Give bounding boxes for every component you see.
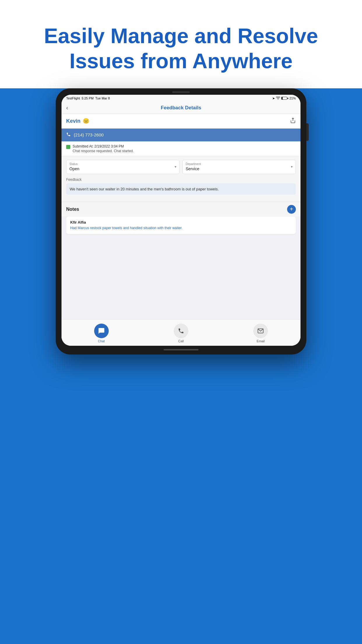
submission-row: Submitted At: 2/19/2022 3:04 PM Chat res… <box>61 141 301 156</box>
carrier-text: TestFlight <box>66 96 80 100</box>
note-author: Kfir Alfia <box>70 220 292 224</box>
call-label: Call <box>178 339 184 343</box>
chat-label: Chat <box>98 339 105 343</box>
customer-name: Kevin <box>66 118 80 124</box>
department-dropdown[interactable]: Department Service ▾ <box>182 160 296 174</box>
tablet-wrapper: TestFlight 5:25 PM Tue Mar 8 ➤ <box>56 88 306 355</box>
date-text: Tue Mar 8 <box>95 96 110 100</box>
chat-toolbar-item[interactable]: Chat <box>94 324 109 343</box>
department-value: Service <box>186 166 199 171</box>
email-toolbar-item[interactable]: Email <box>253 324 268 343</box>
plus-icon: + <box>290 206 293 213</box>
content-spacer <box>61 238 301 319</box>
app-content: Kevin 😐 <box>61 114 301 346</box>
note-card: Kfir Alfia Had Marcus restock paper towe… <box>66 217 296 234</box>
share-icon[interactable] <box>290 117 296 125</box>
notes-title: Notes <box>66 207 79 212</box>
nav-bar: ‹ Feedback Details <box>61 102 301 114</box>
feedback-text: We haven't seen our waiter in 20 minutes… <box>70 187 219 191</box>
department-arrow-icon: ▾ <box>291 165 293 169</box>
battery-icon <box>281 97 288 100</box>
form-section: Status Open ▾ Department Service ▾ <box>61 156 301 202</box>
battery-text: 21% <box>289 96 296 100</box>
chat-icon-circle <box>94 324 109 338</box>
phone-icon <box>66 132 71 138</box>
green-indicator <box>66 145 70 149</box>
status-bar: TestFlight 5:25 PM Tue Mar 8 ➤ <box>61 95 301 102</box>
status-label: Status <box>69 162 176 166</box>
top-section: Easily Manage and Resolve Issues from An… <box>0 0 362 88</box>
tablet-screen: TestFlight 5:25 PM Tue Mar 8 ➤ <box>61 95 301 346</box>
status-bar-left: TestFlight 5:25 PM Tue Mar 8 <box>66 96 110 100</box>
email-icon-circle <box>253 324 268 338</box>
location-icon: ➤ <box>272 96 275 100</box>
status-bar-right: ➤ <box>272 96 296 100</box>
note-content: Had Marcus restock paper towels and hand… <box>70 226 292 231</box>
call-icon-circle <box>174 324 188 338</box>
bottom-toolbar: Chat Call <box>61 319 301 346</box>
page-title: Feedback Details <box>161 105 201 111</box>
feedback-label: Feedback <box>66 178 296 182</box>
status-dropdown[interactable]: Status Open ▾ <box>66 160 180 174</box>
feedback-box: We haven't seen our waiter in 20 minutes… <box>66 183 296 195</box>
call-toolbar-item[interactable]: Call <box>174 324 188 343</box>
headline: Easily Manage and Resolve Issues from An… <box>17 23 345 74</box>
dropdowns-row: Status Open ▾ Department Service ▾ <box>66 160 296 174</box>
feedback-group: Feedback We haven't seen our waiter in 2… <box>66 178 296 195</box>
customer-header: Kevin 😐 <box>61 114 301 129</box>
submission-info: Submitted At: 2/19/2022 3:04 PM Chat res… <box>73 144 134 153</box>
phone-row[interactable]: (214) 773-2600 <box>61 129 301 141</box>
wifi-icon <box>276 96 280 100</box>
side-button <box>306 123 309 141</box>
email-label: Email <box>257 339 265 343</box>
department-label: Department <box>186 162 293 166</box>
add-note-button[interactable]: + <box>287 205 296 214</box>
submitted-at-text: Submitted At: 2/19/2022 3:04 PM <box>73 144 134 148</box>
headline-line1: Easily Manage and Resolve <box>44 24 318 48</box>
phone-number: (214) 773-2600 <box>74 132 104 137</box>
status-arrow-icon: ▾ <box>175 165 176 169</box>
customer-emoji: 😐 <box>83 118 89 124</box>
notes-header: Notes + <box>61 202 301 217</box>
customer-name-row: Kevin 😐 <box>66 118 89 124</box>
tablet-device: TestFlight 5:25 PM Tue Mar 8 ➤ <box>56 88 306 355</box>
chat-status-text: Chat response requested. Chat started. <box>73 149 134 153</box>
headline-line2: Issues from Anywhere <box>69 49 293 73</box>
blue-background: TestFlight 5:25 PM Tue Mar 8 ➤ <box>0 88 362 644</box>
back-button[interactable]: ‹ <box>66 104 68 111</box>
time-text: 5:25 PM <box>82 96 94 100</box>
status-value: Open <box>69 166 79 171</box>
